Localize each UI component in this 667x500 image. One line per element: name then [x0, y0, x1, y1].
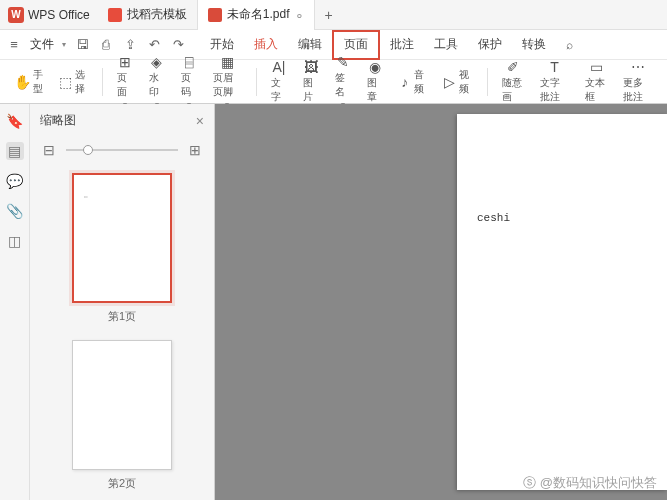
- pagenum-button[interactable]: ⌸页码▾: [175, 52, 203, 111]
- ribbon-toolbar: ✋手型 ⬚选择 ⊞页面▾ ◈水印▾ ⌸页码▾ ▦页眉页脚▾ A|文字 🖼图片 ✎…: [0, 60, 667, 104]
- quick-access: ≡ 文件 ▾ 🖫 ⎙ ⇪ ↶ ↷: [6, 36, 198, 53]
- thumb-page[interactable]: [72, 340, 172, 470]
- pagebg-button[interactable]: ⊞页面▾: [111, 52, 139, 111]
- moreanno-button[interactable]: ⋯更多批注: [617, 57, 659, 106]
- app-brand: W WPS Office: [0, 7, 98, 23]
- divider: [102, 68, 103, 96]
- header-icon: ▦: [219, 54, 235, 70]
- thumb-label: 第1页: [108, 309, 136, 324]
- watermark-text: @数码知识快问快答: [540, 474, 657, 492]
- thumb-2[interactable]: 第2页: [67, 340, 177, 491]
- tab-label: 未命名1.pdf: [227, 6, 290, 23]
- more-icon: ⋯: [630, 59, 646, 75]
- chevron-down-icon: ▾: [62, 40, 66, 49]
- tab-insert[interactable]: 插入: [244, 30, 288, 60]
- watermark-icon: ◈: [149, 54, 165, 70]
- zoom-slider[interactable]: [66, 149, 178, 151]
- tab-label: 找稻壳模板: [127, 6, 187, 23]
- thumbnails-icon[interactable]: ▤: [6, 142, 24, 160]
- titlebar: W WPS Office 找稻壳模板 未命名1.pdf ∘ +: [0, 0, 667, 30]
- slider-knob[interactable]: [83, 145, 93, 155]
- textbox-icon: ▭: [588, 59, 604, 75]
- image-button[interactable]: 🖼图片: [297, 57, 325, 106]
- video-icon: ▷: [444, 74, 456, 90]
- document-page[interactable]: ceshi: [457, 114, 667, 490]
- layers-icon[interactable]: ◫: [6, 232, 24, 250]
- select-tool-button[interactable]: ⬚选择: [53, 66, 94, 98]
- print-icon[interactable]: ⎙: [98, 37, 114, 53]
- tab-templates[interactable]: 找稻壳模板: [98, 0, 198, 30]
- template-icon: [108, 8, 122, 22]
- sidebar: 🔖 ▤ 💬 📎 ◫: [0, 104, 30, 500]
- tab-document[interactable]: 未命名1.pdf ∘: [198, 0, 315, 30]
- zoom-in-icon[interactable]: ⊞: [186, 141, 204, 159]
- hand-tool-button[interactable]: ✋手型: [8, 66, 49, 98]
- tab-annotate[interactable]: 批注: [380, 30, 424, 60]
- divider: [256, 68, 257, 96]
- thumb-label: 第2页: [108, 476, 136, 491]
- page-icon: ⊞: [117, 54, 133, 70]
- thumb-page[interactable]: ┄: [72, 173, 172, 303]
- add-tab-button[interactable]: +: [315, 7, 343, 23]
- pagenum-icon: ⌸: [181, 54, 197, 70]
- thumbs-title: 缩略图: [40, 112, 76, 129]
- thumb-1[interactable]: ┄ 第1页: [67, 173, 177, 324]
- header-footer-button[interactable]: ▦页眉页脚▾: [207, 52, 249, 111]
- undo-icon[interactable]: ↶: [146, 37, 162, 53]
- watermark-icon: ⓢ: [523, 474, 536, 492]
- doodle-icon: ✐: [505, 59, 521, 75]
- thumb-content: ┄: [84, 193, 88, 200]
- menu-icon[interactable]: ≡: [6, 37, 22, 53]
- image-icon: 🖼: [303, 59, 319, 75]
- bookmark-icon[interactable]: 🔖: [6, 112, 24, 130]
- page-text: ceshi: [477, 212, 510, 224]
- audio-button[interactable]: ♪音频: [393, 66, 434, 98]
- tab-tool[interactable]: 工具: [424, 30, 468, 60]
- sign-button[interactable]: ✎签名▾: [329, 52, 357, 111]
- app-logo-icon: W: [8, 7, 24, 23]
- textanno-icon: T: [547, 59, 563, 75]
- attachment-icon[interactable]: 📎: [6, 202, 24, 220]
- video-button[interactable]: ▷视频: [438, 66, 479, 98]
- watermark-overlay: ⓢ @数码知识快问快答: [523, 474, 657, 492]
- tab-convert[interactable]: 转换: [512, 30, 556, 60]
- zoom-out-icon[interactable]: ⊟: [40, 141, 58, 159]
- main-area: 🔖 ▤ 💬 📎 ◫ 缩略图 × ⊟ ⊞ ┄ 第1页 第2页 cesh: [0, 104, 667, 500]
- sign-icon: ✎: [335, 54, 351, 70]
- close-icon[interactable]: ∘: [295, 7, 304, 23]
- cursor-icon: ⬚: [59, 74, 72, 90]
- pdf-icon: [208, 8, 222, 22]
- file-menu[interactable]: 文件: [30, 36, 54, 53]
- text-button[interactable]: A|文字: [265, 57, 293, 106]
- app-name: WPS Office: [28, 8, 90, 22]
- stamp-icon: ◉: [367, 59, 383, 75]
- tab-edit[interactable]: 编辑: [288, 30, 332, 60]
- close-panel-icon[interactable]: ×: [196, 113, 204, 129]
- workspace[interactable]: ceshi: [215, 104, 667, 500]
- textanno-button[interactable]: T文字批注: [534, 57, 576, 106]
- thumbs-zoom-controls: ⊟ ⊞: [30, 137, 214, 163]
- export-icon[interactable]: ⇪: [122, 37, 138, 53]
- thumbnails-panel: 缩略图 × ⊟ ⊞ ┄ 第1页 第2页: [30, 104, 215, 500]
- hand-icon: ✋: [14, 74, 30, 90]
- search-icon[interactable]: ⌕: [556, 30, 583, 60]
- doodle-button[interactable]: ✐随意画: [496, 57, 530, 106]
- stamp-button[interactable]: ◉图章: [361, 57, 389, 106]
- redo-icon[interactable]: ↷: [170, 37, 186, 53]
- save-icon[interactable]: 🖫: [74, 37, 90, 53]
- tool-group-select: ✋手型: [8, 66, 49, 98]
- audio-icon: ♪: [399, 74, 411, 90]
- divider: [487, 68, 488, 96]
- textbox-button[interactable]: ▭文本框: [579, 57, 613, 106]
- watermark-button[interactable]: ◈水印▾: [143, 52, 171, 111]
- thumbs-list: ┄ 第1页 第2页: [30, 163, 214, 500]
- menu-tabs: 开始 插入 编辑 页面 批注 工具 保护 转换 ⌕: [200, 30, 583, 60]
- tab-protect[interactable]: 保护: [468, 30, 512, 60]
- thumbs-header: 缩略图 ×: [30, 104, 214, 137]
- text-icon: A|: [271, 59, 287, 75]
- comment-icon[interactable]: 💬: [6, 172, 24, 190]
